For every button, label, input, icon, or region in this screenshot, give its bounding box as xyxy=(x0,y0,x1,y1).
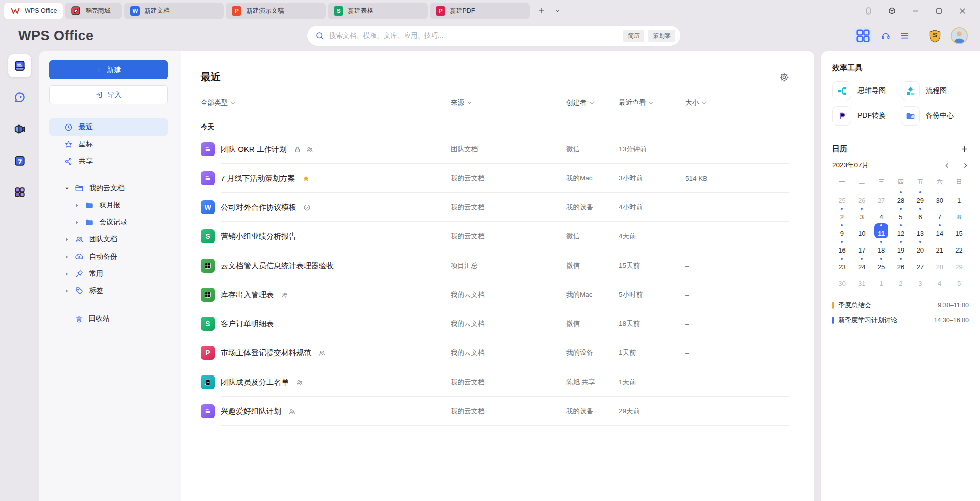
tool-思维导图[interactable]: 思维导图 xyxy=(832,80,901,102)
calendar-day[interactable]: 15 xyxy=(949,222,969,239)
new-document-button[interactable]: 新建 xyxy=(49,60,168,79)
sidebar-item-trash[interactable]: 回收站 xyxy=(49,310,168,327)
calendar-day[interactable]: 4 xyxy=(930,272,949,289)
calendar-day[interactable]: 18 xyxy=(872,239,891,256)
calendar-next-icon[interactable] xyxy=(962,162,969,169)
rail-documents-tab[interactable] xyxy=(8,54,31,77)
tool-流程图[interactable]: 流程图 xyxy=(901,80,969,102)
calendar-day[interactable]: 28 xyxy=(930,256,949,272)
file-row[interactable]: P市场主体登记提交材料规范我的云文档我的设备1天前– xyxy=(201,338,789,367)
calendar-day[interactable]: 6 xyxy=(910,206,930,222)
sidebar-tree-item-会议记录[interactable]: 会议记录 xyxy=(49,214,168,231)
calendar-day[interactable]: 1 xyxy=(872,272,891,289)
sidebar-item-共享[interactable]: 共享 xyxy=(49,153,168,170)
filter-来源[interactable]: 来源 xyxy=(451,98,472,107)
file-row[interactable]: S营销小组业绩分析报告我的云文档微信4天前– xyxy=(201,222,789,251)
add-event-icon[interactable] xyxy=(960,145,969,153)
tab-新建文档[interactable]: W新建文档 xyxy=(124,3,224,19)
calendar-day[interactable]: 26 xyxy=(852,189,872,206)
mobile-sync-icon[interactable] xyxy=(864,7,873,15)
file-row[interactable]: 团队 OKR 工作计划团队文档微信13分钟前– xyxy=(201,135,789,164)
tab-WPS Office[interactable]: WPS Office xyxy=(4,3,63,19)
calendar-day[interactable]: 30 xyxy=(930,189,949,206)
tab-新建PDF[interactable]: P新建PDF xyxy=(430,3,530,19)
tab-稻壳商城[interactable]: 稻壳商城 xyxy=(65,3,122,19)
file-row[interactable]: 兴趣爱好组队计划我的云文档我的设备29天前– xyxy=(201,397,789,426)
tab-list-dropdown[interactable] xyxy=(551,4,564,17)
membership-badge[interactable]: S xyxy=(928,29,942,43)
workspace-cube-icon[interactable] xyxy=(888,7,896,15)
calendar-day[interactable]: 7 xyxy=(930,206,949,222)
rail-calendar-tab[interactable] xyxy=(8,149,31,172)
filter-大小[interactable]: 大小 xyxy=(685,98,707,107)
calendar-day[interactable]: 23 xyxy=(832,256,852,272)
close-button[interactable] xyxy=(958,7,967,15)
minimize-button[interactable] xyxy=(911,7,920,15)
calendar-day[interactable]: 2 xyxy=(891,272,911,289)
calendar-day[interactable]: 21 xyxy=(930,239,949,256)
search-tag[interactable]: 简历 xyxy=(623,30,644,42)
calendar-day[interactable]: 25 xyxy=(832,189,852,206)
calendar-day[interactable]: 9 xyxy=(832,222,852,239)
calendar-day[interactable]: 2 xyxy=(832,206,852,222)
calendar-day[interactable]: 26 xyxy=(891,256,911,272)
calendar-day[interactable]: 17 xyxy=(852,239,872,256)
calendar-day[interactable]: 14 xyxy=(930,222,949,239)
filter-创建者[interactable]: 创建者 xyxy=(566,98,595,107)
tool-PDF转换[interactable]: PDF转换 xyxy=(832,105,901,127)
calendar-event[interactable]: 新季度学习计划讨论14:30–16:00 xyxy=(832,313,969,328)
calendar-day[interactable]: 29 xyxy=(949,256,969,272)
new-tab-button[interactable] xyxy=(535,4,548,17)
calendar-day[interactable]: 31 xyxy=(852,272,872,289)
sidebar-tree-item-团队文档[interactable]: 团队文档 xyxy=(49,231,168,248)
calendar-day[interactable]: 10 xyxy=(852,222,872,239)
sidebar-tree-item-双月报[interactable]: 双月报 xyxy=(49,197,168,214)
calendar-day[interactable]: 11 xyxy=(872,222,891,239)
calendar-day[interactable]: 5 xyxy=(949,272,969,289)
file-row[interactable]: 库存出入管理表我的云文档我的Mac5小时前– xyxy=(201,280,789,309)
sidebar-tree-item-自动备份[interactable]: 自动备份 xyxy=(49,248,168,265)
calendar-day[interactable]: 27 xyxy=(910,256,930,272)
calendar-day[interactable]: 5 xyxy=(891,206,911,222)
calendar-day[interactable]: 19 xyxy=(891,239,911,256)
calendar-day[interactable]: 13 xyxy=(910,222,930,239)
calendar-day[interactable]: 16 xyxy=(832,239,852,256)
rail-apps-tab[interactable] xyxy=(8,181,31,204)
support-headset-icon[interactable] xyxy=(881,31,891,41)
calendar-day[interactable]: 24 xyxy=(852,256,872,272)
sidebar-item-星标[interactable]: 星标 xyxy=(49,136,168,153)
user-avatar[interactable] xyxy=(951,27,968,44)
calendar-day[interactable]: 3 xyxy=(910,272,930,289)
file-row[interactable]: 团队成员及分工名单我的云文档陈旭 共享1天前– xyxy=(201,367,789,397)
calendar-day[interactable]: 29 xyxy=(910,189,930,206)
rail-chat-tab[interactable] xyxy=(8,86,31,109)
calendar-prev-icon[interactable] xyxy=(944,162,950,169)
sidebar-tree-item-我的云文档[interactable]: 我的云文档 xyxy=(49,180,168,197)
tab-新建表格[interactable]: S新建表格 xyxy=(328,3,428,19)
search-tag[interactable]: 策划案 xyxy=(648,30,675,42)
apps-grid-button[interactable] xyxy=(854,27,872,44)
calendar-day[interactable]: 22 xyxy=(949,239,969,256)
rail-meeting-tab[interactable] xyxy=(8,117,31,141)
menu-icon[interactable] xyxy=(900,31,910,41)
filter-最近查看[interactable]: 最近查看 xyxy=(619,98,654,107)
calendar-event[interactable]: 季度总结会9:30–11:00 xyxy=(832,298,969,313)
calendar-day[interactable]: 1 xyxy=(949,189,969,206)
calendar-day[interactable]: 27 xyxy=(872,189,891,206)
calendar-day[interactable]: 30 xyxy=(832,272,852,289)
file-row[interactable]: 云文档管人员信息统计表理器验收项目汇总微信15天前– xyxy=(201,251,789,280)
file-row[interactable]: 7 月线下活动策划方案我的云文档我的Mac3小时前514 KB xyxy=(201,164,789,193)
sidebar-item-最近[interactable]: 最近 xyxy=(49,118,168,136)
calendar-day[interactable]: 25 xyxy=(872,256,891,272)
calendar-day[interactable]: 12 xyxy=(891,222,911,239)
maximize-button[interactable] xyxy=(935,7,943,15)
sidebar-tree-item-标签[interactable]: 标签 xyxy=(49,282,168,299)
file-row[interactable]: W公司对外合作协议模板我的云文档我的设备4小时前– xyxy=(201,193,789,222)
tool-备份中心[interactable]: 备份中心 xyxy=(901,105,969,127)
gear-icon[interactable] xyxy=(779,72,789,82)
search-bar[interactable]: 搜索文档、模板、文库、应用、技巧... 简历策划案 xyxy=(307,26,680,46)
calendar-day[interactable]: 28 xyxy=(891,189,911,206)
calendar-day[interactable]: 3 xyxy=(852,206,872,222)
calendar-day[interactable]: 4 xyxy=(872,206,891,222)
sidebar-tree-item-常用[interactable]: 常用 xyxy=(49,265,168,282)
